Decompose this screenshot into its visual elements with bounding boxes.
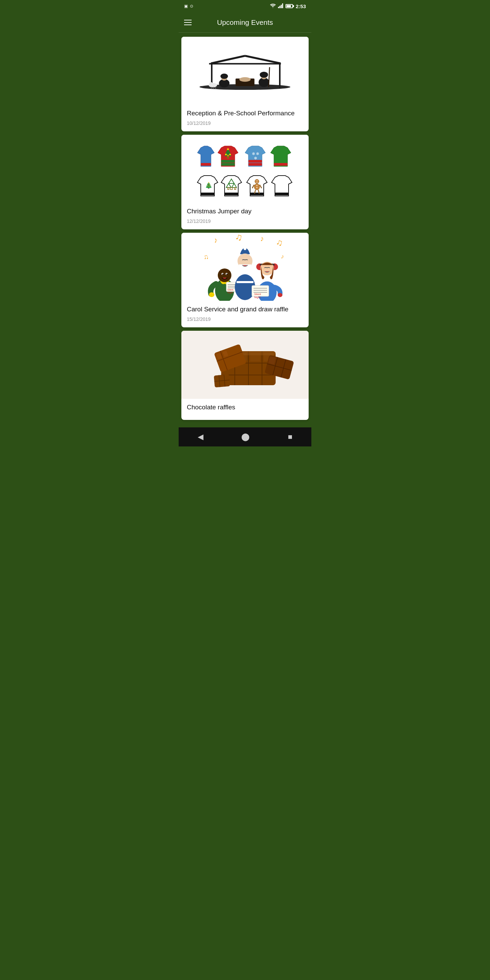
svg-rect-1 (279, 6, 280, 8)
battery-icon (285, 3, 293, 9)
svg-rect-22 (213, 87, 214, 89)
settings-icon: ⊙ (190, 4, 193, 8)
back-button[interactable]: ◀ (198, 433, 204, 441)
status-left-icons: ▣ ⊙ (184, 4, 193, 8)
svg-text:♫: ♫ (202, 253, 210, 261)
svg-text:♫: ♫ (234, 233, 243, 243)
svg-text:♪: ♪ (280, 253, 285, 260)
svg-rect-40 (201, 192, 215, 195)
svg-rect-6 (279, 63, 280, 88)
svg-text:♫: ♫ (275, 237, 284, 248)
events-list: Reception & Pre-School Performance 10/12… (179, 33, 311, 424)
svg-rect-3 (282, 3, 283, 8)
navigation-bar: ◀ ⬤ ■ (179, 427, 311, 447)
svg-point-68 (209, 292, 215, 297)
status-bar: ▣ ⊙ 2:53 (179, 0, 311, 12)
signal-icon (278, 3, 283, 9)
svg-point-14 (221, 73, 228, 79)
svg-text:❄: ❄ (252, 151, 255, 156)
svg-rect-84 (237, 281, 253, 283)
svg-rect-29 (227, 156, 229, 159)
event-card-4[interactable]: Chocolate raffles (181, 331, 309, 420)
svg-line-7 (211, 56, 245, 63)
svg-rect-0 (278, 7, 279, 8)
event-card-3[interactable]: ♪ ♫ ♪ ♫ ♫ ♪ (181, 233, 309, 327)
svg-point-11 (239, 77, 250, 81)
svg-rect-49 (250, 192, 264, 195)
event-title-2: Christmas Jumper day (187, 208, 303, 215)
svg-text:♪: ♪ (213, 235, 218, 245)
sim-icon: ▣ (184, 4, 188, 8)
svg-point-79 (226, 274, 228, 275)
event-image-2: ❄ ❄ ❄ 🎄 (181, 135, 309, 203)
time-display: 2:53 (296, 3, 306, 9)
event-title-3: Carol Service and grand draw raffle (187, 305, 303, 313)
event-image-4 (181, 331, 309, 399)
event-image-1 (181, 37, 309, 105)
event-info-1: Reception & Pre-School Performance 10/12… (181, 105, 309, 131)
event-title-4: Chocolate raffles (187, 404, 303, 411)
svg-text:Night: Night (254, 296, 261, 299)
svg-rect-34 (248, 163, 262, 166)
menu-button[interactable] (184, 20, 192, 25)
event-card-2[interactable]: ❄ ❄ ❄ 🎄 (181, 135, 309, 229)
event-image-3: ♪ ♫ ♪ ♫ ♫ ♪ (181, 233, 309, 301)
svg-text:Night: Night (227, 291, 233, 294)
svg-text:🎄: 🎄 (205, 182, 213, 189)
svg-point-58 (256, 185, 258, 186)
svg-point-51 (254, 184, 259, 190)
wifi-icon (270, 3, 276, 9)
status-right-icons: 2:53 (270, 3, 306, 9)
svg-text:♪: ♪ (259, 234, 264, 243)
svg-point-20 (209, 82, 213, 86)
svg-text:Silent: Silent (254, 293, 261, 296)
svg-rect-42 (224, 192, 238, 195)
event-date-3: 15/12/2019 (187, 317, 303, 322)
event-info-2: Christmas Jumper day 12/12/2019 (181, 203, 309, 229)
svg-rect-25 (221, 163, 235, 166)
recent-button[interactable]: ■ (288, 433, 292, 441)
svg-rect-60 (275, 192, 288, 195)
svg-point-78 (222, 274, 224, 275)
svg-point-31 (225, 153, 227, 155)
svg-point-32 (229, 153, 231, 155)
app-header: Upcoming Events (179, 12, 311, 33)
svg-point-56 (256, 180, 256, 181)
event-date-1: 10/12/2019 (187, 121, 303, 126)
event-info-3: Carol Service and grand draw raffle 15/1… (181, 301, 309, 327)
svg-point-33 (227, 154, 229, 156)
svg-text:❄: ❄ (254, 156, 257, 161)
svg-point-88 (278, 293, 282, 297)
svg-point-17 (259, 72, 268, 78)
svg-point-75 (218, 269, 231, 282)
svg-rect-39 (274, 163, 288, 166)
event-card-1[interactable]: Reception & Pre-School Performance 10/12… (181, 37, 309, 131)
svg-point-57 (257, 180, 258, 181)
svg-rect-105 (250, 353, 260, 361)
svg-text:❄: ❄ (256, 151, 259, 156)
event-date-2: 12/12/2019 (187, 218, 303, 224)
svg-rect-26 (221, 160, 235, 163)
svg-text:Silent: Silent (227, 288, 234, 291)
home-button[interactable]: ⬤ (241, 433, 250, 441)
svg-point-59 (256, 187, 258, 188)
event-info-4: Chocolate raffles (181, 399, 309, 420)
svg-rect-24 (201, 163, 211, 166)
svg-point-81 (243, 247, 247, 250)
svg-point-50 (255, 179, 259, 183)
svg-line-8 (245, 56, 280, 63)
svg-rect-23 (215, 87, 216, 89)
svg-rect-2 (281, 5, 282, 8)
page-title: Upcoming Events (197, 18, 293, 27)
event-title-1: Reception & Pre-School Performance (187, 110, 303, 117)
svg-line-18 (269, 67, 269, 87)
svg-rect-21 (211, 87, 212, 89)
